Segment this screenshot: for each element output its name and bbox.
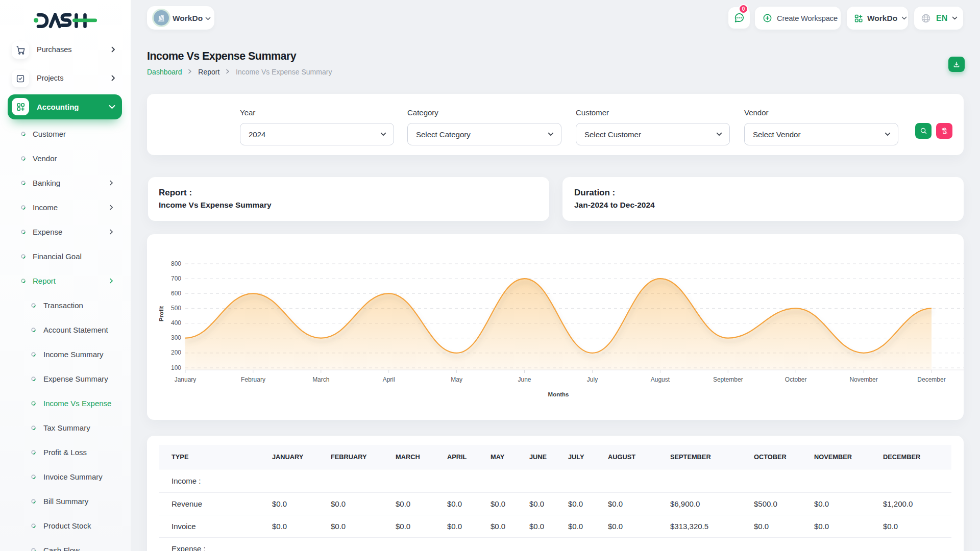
svg-text:600: 600 [171, 290, 181, 297]
svg-text:200: 200 [171, 349, 181, 356]
svg-text:April: April [383, 376, 395, 383]
svg-text:March: March [312, 376, 329, 383]
svg-text:November: November [849, 376, 877, 383]
svg-text:September: September [713, 376, 743, 383]
svg-text:June: June [518, 376, 531, 383]
svg-text:800: 800 [171, 260, 181, 267]
svg-text:Months: Months [548, 391, 569, 397]
svg-text:300: 300 [171, 334, 181, 341]
svg-text:500: 500 [171, 305, 181, 312]
svg-text:Profit: Profit [158, 306, 164, 321]
svg-text:700: 700 [171, 275, 181, 282]
svg-text:December: December [917, 376, 945, 383]
svg-text:January: January [175, 376, 197, 383]
svg-text:400: 400 [171, 319, 181, 327]
svg-text:October: October [785, 376, 807, 383]
svg-text:August: August [651, 376, 670, 383]
svg-text:100: 100 [171, 364, 181, 371]
svg-text:February: February [241, 376, 265, 383]
svg-text:July: July [587, 376, 598, 383]
svg-text:May: May [451, 376, 462, 383]
